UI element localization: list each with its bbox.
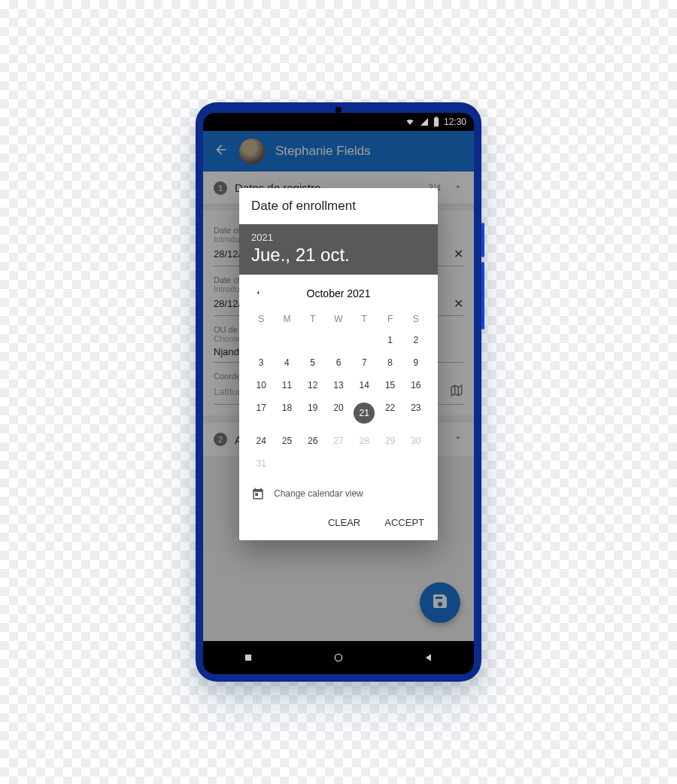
power-button (481, 262, 484, 330)
month-label: October 2021 (307, 287, 371, 299)
calendar-day[interactable]: 19 (300, 397, 326, 430)
calendar-day (274, 329, 299, 351)
calendar-day[interactable]: 2 (403, 329, 429, 351)
recent-apps-button[interactable] (240, 649, 257, 666)
calendar-day[interactable]: 25 (274, 430, 299, 452)
android-navbar (203, 641, 474, 674)
calendar-day[interactable]: 14 (351, 374, 377, 397)
calendar-day (300, 329, 326, 351)
signal-icon (420, 117, 429, 126)
calendar-day[interactable]: 16 (403, 374, 429, 397)
statusbar: 12:30 (203, 113, 474, 131)
screen: 12:30 Stephanie Fields 1 Datos de regist… (203, 113, 474, 674)
map-icon[interactable] (450, 384, 463, 400)
dialog-actions: CLEAR ACCEPT (239, 505, 438, 540)
svg-rect-1 (435, 117, 437, 118)
calendar-day: 27 (326, 430, 351, 452)
calendar-day[interactable]: 5 (300, 351, 326, 374)
chevron-up-icon (453, 181, 463, 195)
calendar-day: 31 (248, 452, 274, 475)
svg-point-3 (335, 654, 342, 661)
calendar-day[interactable]: 13 (326, 374, 351, 397)
calendar-day (274, 452, 299, 475)
statusbar-time: 12:30 (444, 117, 466, 127)
month-row: October 2021 (248, 282, 429, 305)
save-icon (431, 592, 449, 613)
calendar-day (326, 329, 351, 351)
calendar-day: 28 (351, 430, 377, 452)
clear-button[interactable]: CLEAR (328, 517, 360, 528)
day-of-week: T (351, 309, 377, 329)
calendar-day (377, 452, 402, 475)
calendar-day[interactable]: 22 (377, 397, 402, 430)
device-frame: 12:30 Stephanie Fields 1 Datos de regist… (196, 102, 481, 682)
calendar-day: 30 (403, 430, 429, 452)
calendar-day[interactable]: 7 (351, 351, 377, 374)
battery-icon (433, 117, 439, 127)
day-of-week: M (274, 309, 299, 329)
svg-rect-0 (434, 118, 439, 127)
home-button[interactable] (330, 649, 347, 666)
save-fab[interactable] (420, 582, 460, 623)
calendar-day (403, 452, 429, 475)
calendar-day[interactable]: 6 (326, 351, 351, 374)
calendar-day[interactable]: 4 (274, 351, 299, 374)
calendar-day[interactable]: 21 (351, 397, 377, 430)
chevron-down-icon (453, 433, 463, 446)
dialog-title: Date of enrollment (239, 188, 438, 224)
day-of-week: S (403, 309, 429, 329)
day-of-week: F (377, 309, 402, 329)
wifi-icon (405, 117, 415, 126)
clear-icon[interactable]: ✕ (454, 247, 463, 261)
day-of-week: S (248, 309, 274, 329)
dialog-selected-header: 2021 Jue., 21 oct. (239, 224, 438, 275)
day-of-week: T (300, 309, 326, 329)
calendar-icon (251, 487, 265, 500)
calendar-day (300, 452, 326, 475)
dialog-date-long[interactable]: Jue., 21 oct. (251, 245, 426, 266)
calendar-grid: SMTWTFS 12345678910111213141516171819202… (248, 309, 429, 475)
calendar-day[interactable]: 17 (248, 397, 274, 430)
accept-button[interactable]: ACCEPT (384, 517, 424, 528)
date-picker-dialog: Date of enrollment 2021 Jue., 21 oct. Oc… (239, 188, 438, 540)
prev-month-button[interactable] (248, 284, 268, 303)
appbar-title: Stephanie Fields (275, 144, 371, 159)
calendar-day: 29 (377, 430, 402, 452)
calendar-day (351, 329, 377, 351)
calendar-day[interactable]: 12 (300, 374, 326, 397)
calendar-day (326, 452, 351, 475)
clear-icon[interactable]: ✕ (454, 296, 463, 311)
section-index-badge: 1 (214, 181, 227, 195)
svg-rect-2 (245, 655, 251, 661)
calendar-day (351, 452, 377, 475)
calendar-day[interactable]: 18 (274, 397, 299, 430)
dialog-year[interactable]: 2021 (251, 232, 426, 243)
calendar-day[interactable]: 1 (377, 329, 402, 351)
android-back-button[interactable] (420, 649, 437, 666)
calendar-day[interactable]: 8 (377, 351, 402, 374)
appbar: Stephanie Fields (203, 131, 474, 172)
section-index-badge: 2 (214, 433, 227, 446)
volume-button (481, 223, 484, 257)
avatar (239, 138, 265, 164)
calendar-day (248, 329, 274, 351)
day-of-week: W (326, 309, 351, 329)
calendar-day[interactable]: 15 (377, 374, 402, 397)
change-view-button[interactable]: Change calendar view (239, 479, 438, 505)
calendar-day[interactable]: 10 (248, 374, 274, 397)
change-view-label: Change calendar view (274, 488, 363, 499)
back-icon[interactable] (214, 142, 229, 160)
front-camera (335, 107, 342, 113)
calendar-day[interactable]: 23 (403, 397, 429, 430)
calendar: October 2021 SMTWTFS 1234567891011121314… (239, 275, 438, 479)
calendar-day[interactable]: 24 (248, 430, 274, 452)
chevron-left-icon (254, 287, 262, 298)
calendar-day[interactable]: 11 (274, 374, 299, 397)
calendar-day[interactable]: 9 (403, 351, 429, 374)
calendar-day[interactable]: 20 (326, 397, 351, 430)
calendar-day[interactable]: 26 (300, 430, 326, 452)
calendar-day[interactable]: 3 (248, 351, 274, 374)
